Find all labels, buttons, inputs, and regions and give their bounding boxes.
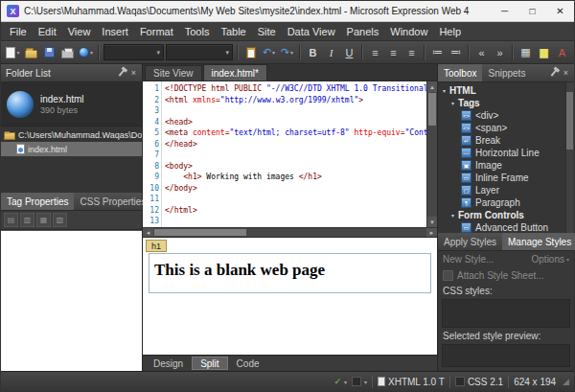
properties-tab-tag-properties[interactable]: Tag Properties — [1, 193, 74, 210]
scrollbar-track[interactable] — [153, 228, 426, 237]
preview-in-browser-button[interactable]: ▾ — [77, 43, 95, 61]
menu-table[interactable]: Table — [215, 23, 251, 40]
decrease-indent-button[interactable]: « — [472, 43, 491, 61]
font-color-button[interactable]: A — [553, 43, 571, 61]
toolbox-section-html[interactable]: ▾HTML — [438, 84, 574, 97]
compatibility-indicator[interactable]: ✓ ▾ — [334, 377, 347, 386]
style-application-selector[interactable]: ▾ — [352, 377, 367, 386]
editor-tab-site-view[interactable]: Site View — [145, 65, 202, 81]
underline-button[interactable]: U — [340, 43, 358, 61]
scroll-right-icon[interactable]: ► — [426, 228, 437, 237]
toolbox-item-horizontal-line[interactable]: —Horizontal Line — [438, 147, 574, 159]
code-horizontal-scrollbar[interactable]: ◄ ► — [143, 227, 437, 238]
menu-site[interactable]: Site — [252, 23, 282, 40]
toolbox-section-tags[interactable]: ▾Tags — [438, 97, 574, 109]
menu-panels[interactable]: Panels — [341, 23, 385, 40]
menu-insert[interactable]: Insert — [96, 23, 134, 40]
menu-file[interactable]: File — [4, 23, 33, 40]
css-schema-indicator[interactable]: CSS 2.1 — [455, 377, 503, 387]
toolbox-item-inline-frame[interactable]: ▭Inline Frame — [438, 172, 574, 184]
maximize-button[interactable]: □ — [518, 1, 546, 21]
code-line[interactable] — [165, 194, 426, 205]
design-heading-text[interactable]: This is a blank web page — [154, 261, 426, 280]
pin-icon[interactable] — [115, 67, 127, 80]
menu-edit[interactable]: Edit — [33, 23, 62, 40]
scroll-up-icon[interactable]: ▲ — [427, 81, 437, 92]
scroll-left-icon[interactable]: ◄ — [143, 228, 153, 237]
code-line[interactable]: </body> — [165, 183, 426, 195]
borders-button[interactable]: ▦ — [517, 43, 535, 61]
design-view[interactable]: h1 This is a blank web page — [143, 238, 437, 355]
view-button-split[interactable]: Split — [192, 357, 227, 370]
design-size-indicator[interactable]: 624 x 194 — [514, 377, 556, 387]
styles-tab-apply-styles[interactable]: Apply Styles — [438, 233, 502, 250]
code-line[interactable] — [165, 105, 426, 117]
toolbox-tab-toolbox[interactable]: Toolbox — [438, 64, 482, 81]
close-panel-icon[interactable]: × — [560, 67, 572, 80]
font-combo[interactable]: ▾ — [166, 44, 233, 60]
code-line[interactable] — [165, 150, 426, 161]
menu-format[interactable]: Format — [134, 23, 179, 40]
view-button-code[interactable]: Code — [229, 357, 267, 370]
minimize-button[interactable]: ─ — [491, 1, 518, 21]
bold-button[interactable]: B — [304, 43, 322, 61]
close-button[interactable]: ✕ — [546, 1, 574, 21]
code-line[interactable]: <html xmlns="http://www.w3.org/1999/xhtm… — [165, 95, 426, 106]
code-lines[interactable]: <!DOCTYPE html PUBLIC "-//W3C//DTD XHTML… — [162, 81, 426, 227]
toolbox-item-span[interactable]: <><span> — [438, 122, 574, 134]
menu-window[interactable]: Window — [384, 23, 433, 40]
code-line[interactable] — [165, 216, 426, 227]
code-line[interactable]: <h1> Working with images </h1> — [165, 172, 426, 183]
numbered-list-button[interactable]: ≔ — [428, 43, 447, 61]
menu-help[interactable]: Help — [433, 23, 467, 40]
tree-item-index-html[interactable]: index.html — [1, 142, 142, 156]
vertical-scrollbar-thumb[interactable] — [428, 93, 436, 126]
toolbox-item-div[interactable]: <><div> — [438, 109, 574, 122]
new-document-button[interactable]: ▾ — [4, 43, 22, 61]
h1-element-box[interactable]: This is a blank web page — [149, 253, 431, 293]
resize-grip[interactable]: ◢ — [563, 377, 569, 386]
options-button[interactable]: Options ▾ — [532, 254, 569, 265]
code-line[interactable]: <!DOCTYPE html PUBLIC "-//W3C//DTD XHTML… — [165, 83, 426, 95]
attach-stylesheet-button[interactable]: Attach Style Sheet... — [457, 270, 544, 281]
highlight-button[interactable]: ▆ — [535, 43, 553, 61]
redo-button[interactable]: ↷▾ — [278, 43, 296, 61]
code-line[interactable]: <body> — [165, 161, 426, 173]
horizontal-scrollbar-thumb[interactable] — [154, 229, 246, 236]
style-combo[interactable]: ▾ — [104, 44, 164, 60]
code-line[interactable]: </head> — [165, 139, 426, 150]
toolbox-item-paragraph[interactable]: ¶Paragraph — [438, 196, 574, 209]
view-button-design[interactable]: Design — [146, 357, 191, 370]
open-button[interactable] — [22, 43, 40, 61]
element-tag-badge[interactable]: h1 — [146, 240, 167, 252]
code-line[interactable]: <head> — [165, 117, 426, 128]
styles-tab-manage-styles[interactable]: Manage Styles — [502, 233, 575, 250]
close-panel-icon[interactable]: × — [127, 67, 140, 80]
print-button[interactable] — [58, 43, 77, 61]
align-center-button[interactable]: ≡ — [384, 43, 402, 61]
new-style-button[interactable]: New Style... — [443, 254, 494, 265]
scrollbar-track[interactable] — [427, 127, 437, 217]
align-right-button[interactable]: ≡ — [402, 43, 421, 61]
pin-icon[interactable] — [547, 67, 560, 80]
undo-button[interactable]: ↶▾ — [260, 43, 278, 61]
toolbox-item-advanced-button[interactable]: ▭Advanced Button — [438, 221, 574, 233]
editor-tab-index-html[interactable]: index.html* — [203, 64, 267, 81]
code-line[interactable]: </html> — [165, 205, 426, 217]
menu-view[interactable]: View — [62, 23, 97, 40]
show-set-properties-button[interactable]: ▦ — [36, 213, 51, 227]
toolbox-item-layer[interactable]: ▢Layer — [438, 184, 574, 196]
bullet-list-button[interactable]: ≕ — [447, 43, 465, 61]
toolbox-section-form-controls[interactable]: ▾Form Controls — [438, 209, 574, 221]
menu-tools[interactable]: Tools — [179, 23, 216, 40]
paste-button[interactable] — [242, 43, 260, 61]
doctype-indicator[interactable]: XHTML 1.0 T — [378, 377, 445, 387]
increase-indent-button[interactable]: » — [491, 43, 509, 61]
scroll-down-icon[interactable]: ▼ — [427, 217, 437, 227]
show-categorized-button[interactable]: ▤ — [4, 213, 18, 227]
tree-item-c-users-muhammad-waqas-documents-m[interactable]: C:\Users\Muhammad.Waqas\Documents\M — [1, 127, 142, 142]
code-line[interactable]: <meta content="text/html; charset=utf-8"… — [165, 127, 426, 139]
align-left-button[interactable]: ≡ — [366, 43, 384, 61]
show-alphabetized-button[interactable]: ▥ — [20, 213, 34, 227]
send-to-top-button[interactable]: ▧ — [53, 213, 67, 227]
